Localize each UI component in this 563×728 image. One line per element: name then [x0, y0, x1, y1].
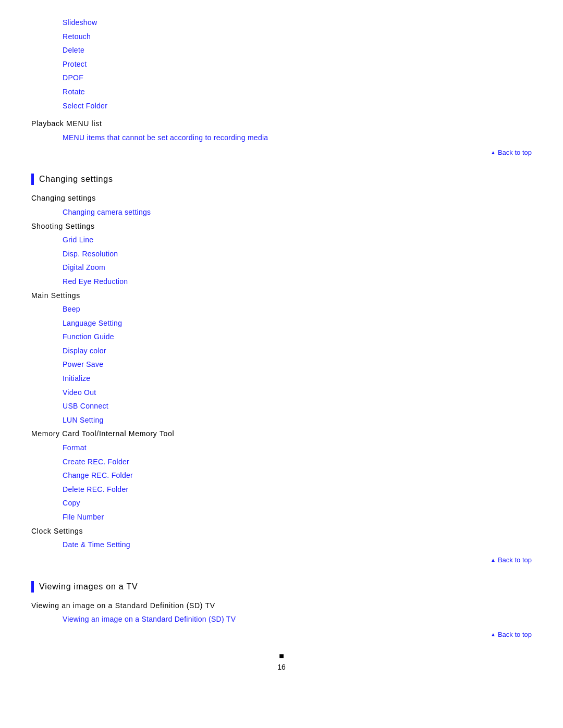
list-item: Disp. Resolution	[63, 247, 532, 261]
change-rec-folder-link[interactable]: Change REC. Folder	[63, 471, 133, 479]
delete-rec-folder-link[interactable]: Delete REC. Folder	[63, 485, 128, 493]
list-item: USB Connect	[63, 399, 532, 413]
grid-line-link[interactable]: Grid Line	[63, 236, 93, 244]
section-bar	[31, 174, 34, 185]
list-item: Power Save	[63, 357, 532, 372]
display-color-link[interactable]: Display color	[63, 347, 106, 355]
page-number: 16	[277, 663, 286, 671]
beep-link[interactable]: Beep	[63, 305, 80, 313]
list-item: Display color	[63, 344, 532, 358]
section-bar-2	[31, 581, 34, 593]
list-item: Copy	[63, 496, 532, 510]
changing-settings-title: Changing settings	[39, 175, 113, 184]
changing-settings-block: Changing settings Changing settings Chan…	[31, 174, 532, 551]
lun-setting-link[interactable]: LUN Setting	[63, 416, 104, 424]
list-item: Create REC. Folder	[63, 455, 532, 469]
cat-label: Changing settings	[31, 191, 532, 205]
back-to-top-3[interactable]: Back to top	[491, 631, 532, 638]
delete-link[interactable]: Delete	[63, 46, 84, 54]
list-item: Rotate	[63, 85, 532, 99]
format-link[interactable]: Format	[63, 443, 87, 452]
video-out-link[interactable]: Video Out	[63, 388, 96, 397]
create-rec-folder-link[interactable]: Create REC. Folder	[63, 458, 129, 466]
playback-menu-sub: MENU items that cannot be set according …	[31, 131, 532, 145]
playback-links-list: Slideshow Retouch Delete Protect DPOF Ro…	[31, 16, 532, 113]
protect-link[interactable]: Protect	[63, 60, 87, 68]
slideshow-link[interactable]: Slideshow	[63, 18, 97, 27]
red-eye-reduction-link[interactable]: Red Eye Reduction	[63, 277, 128, 286]
shooting-settings-cat: Shooting Settings Grid Line Disp. Resolu…	[31, 219, 532, 289]
cat-label: Viewing an image on a Standard Definitio…	[31, 599, 532, 613]
rotate-link[interactable]: Rotate	[63, 88, 85, 96]
viewing-images-block: Viewing images on a TV Viewing an image …	[31, 581, 532, 626]
list-item: MENU items that cannot be set according …	[63, 131, 532, 145]
list-item: Language Setting	[63, 316, 532, 330]
viewing-images-header: Viewing images on a TV	[31, 581, 532, 593]
usb-connect-link[interactable]: USB Connect	[63, 402, 108, 410]
list-item: Format	[63, 441, 532, 455]
select-folder-link[interactable]: Select Folder	[63, 102, 107, 110]
cat-links: Changing camera settings	[31, 205, 532, 219]
cat-links: Format Create REC. Folder Change REC. Fo…	[31, 441, 532, 524]
list-item: Slideshow	[63, 16, 532, 30]
changing-settings-header: Changing settings	[31, 174, 532, 185]
page-container: Slideshow Retouch Delete Protect DPOF Ro…	[0, 0, 563, 702]
cat-label: Shooting Settings	[31, 219, 532, 233]
back-to-top-1[interactable]: Back to top	[491, 149, 532, 156]
cat-links: Viewing an image on a Standard Definitio…	[31, 612, 532, 626]
back-to-top-2[interactable]: Back to top	[491, 556, 532, 564]
file-number-link[interactable]: File Number	[63, 513, 104, 521]
list-item: Delete	[63, 43, 532, 57]
date-time-setting-link[interactable]: Date & Time Setting	[63, 540, 130, 549]
viewing-sd-tv-link[interactable]: Viewing an image on a Standard Definitio…	[63, 615, 236, 623]
page-footer: ■ 16	[31, 651, 532, 671]
list-item: Date & Time Setting	[63, 538, 532, 552]
list-item: Function Guide	[63, 330, 532, 344]
disp-resolution-link[interactable]: Disp. Resolution	[63, 250, 118, 258]
function-guide-link[interactable]: Function Guide	[63, 332, 114, 341]
cat-links: Date & Time Setting	[31, 538, 532, 552]
playback-links-block: Slideshow Retouch Delete Protect DPOF Ro…	[31, 16, 532, 144]
playback-menu-label: Playback MENU list	[31, 117, 532, 131]
changing-settings-cat-1: Changing settings Changing camera settin…	[31, 191, 532, 219]
list-item: Retouch	[63, 30, 532, 44]
list-item: Beep	[63, 302, 532, 316]
list-item: Change REC. Folder	[63, 468, 532, 483]
list-item: Viewing an image on a Standard Definitio…	[63, 612, 532, 626]
cat-label: Main Settings	[31, 289, 532, 303]
clock-settings-cat: Clock Settings Date & Time Setting	[31, 524, 532, 552]
digital-zoom-link[interactable]: Digital Zoom	[63, 263, 105, 272]
language-setting-link[interactable]: Language Setting	[63, 319, 122, 327]
list-item: DPOF	[63, 71, 532, 85]
list-item: Grid Line	[63, 233, 532, 247]
changing-camera-settings-link[interactable]: Changing camera settings	[63, 208, 151, 216]
list-item: File Number	[63, 510, 532, 524]
list-item: Red Eye Reduction	[63, 275, 532, 289]
memory-card-tool-cat: Memory Card Tool/Internal Memory Tool Fo…	[31, 427, 532, 524]
cat-links: Grid Line Disp. Resolution Digital Zoom …	[31, 233, 532, 288]
list-item: Digital Zoom	[63, 261, 532, 275]
retouch-link[interactable]: Retouch	[63, 32, 91, 41]
footer-bullet: ■	[279, 651, 284, 661]
list-item: LUN Setting	[63, 413, 532, 427]
list-item: Protect	[63, 57, 532, 71]
cat-label: Memory Card Tool/Internal Memory Tool	[31, 427, 532, 441]
list-item: Changing camera settings	[63, 205, 532, 219]
initialize-link[interactable]: Initialize	[63, 374, 90, 382]
viewing-images-cat-1: Viewing an image on a Standard Definitio…	[31, 599, 532, 626]
cat-label: Clock Settings	[31, 524, 532, 538]
list-item: Initialize	[63, 372, 532, 386]
main-settings-cat: Main Settings Beep Language Setting Func…	[31, 289, 532, 427]
list-item: Video Out	[63, 386, 532, 400]
copy-link[interactable]: Copy	[63, 499, 80, 507]
dpof-link[interactable]: DPOF	[63, 73, 83, 82]
list-item: Delete REC. Folder	[63, 483, 532, 497]
power-save-link[interactable]: Power Save	[63, 360, 103, 368]
list-item: Select Folder	[63, 99, 532, 113]
viewing-images-title: Viewing images on a TV	[39, 582, 138, 591]
menu-items-recording-link[interactable]: MENU items that cannot be set according …	[63, 133, 268, 142]
cat-links: Beep Language Setting Function Guide Dis…	[31, 302, 532, 427]
